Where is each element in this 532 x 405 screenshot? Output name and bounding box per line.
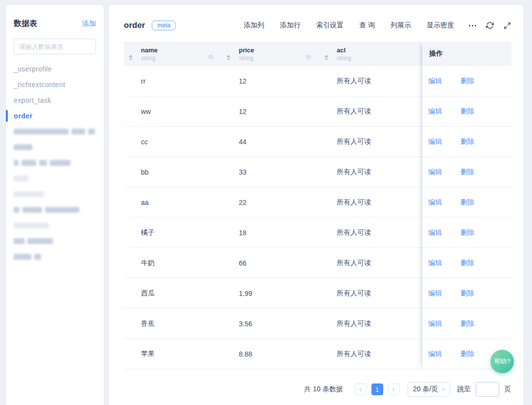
row-actions: 编辑 删除 [422, 218, 511, 248]
operations-fixed-column: 操作 编辑 删除 编辑 删除 编辑 删除 编辑 删除 编辑 删除 编辑 删除 编… [422, 42, 511, 369]
cell-price: 8.88 [222, 350, 320, 358]
sidebar-item-redacted[interactable] [6, 202, 104, 218]
datatable-sidebar: 数据表 添加 _userprofile _richtextcontent exp… [6, 5, 104, 405]
cell-acl: 所有人可读 [320, 350, 422, 359]
refresh-icon[interactable] [486, 22, 494, 29]
row-actions: 编辑 删除 [422, 157, 511, 187]
meta-badge[interactable]: meta [152, 21, 176, 30]
delete-link[interactable]: 删除 [461, 198, 474, 207]
sidebar-item-richtextcontent[interactable]: _richtextcontent [6, 77, 104, 92]
sidebar-item-redacted[interactable] [6, 233, 104, 249]
delete-link[interactable]: 删除 [461, 350, 474, 359]
redacted-text [45, 207, 79, 213]
cell-name: bb [124, 168, 222, 176]
edit-link[interactable]: 编辑 [428, 259, 442, 268]
cell-price: 33 [222, 168, 320, 176]
sidebar-item-userprofile[interactable]: _userprofile [6, 61, 104, 77]
row-actions: 编辑 删除 [422, 66, 511, 96]
jump-to-page-input[interactable] [476, 382, 499, 397]
redacted-text [39, 160, 47, 166]
column-header-name[interactable]: name string [124, 42, 222, 66]
page-unit-label: 页 [504, 385, 511, 394]
edit-link[interactable]: 编辑 [428, 107, 442, 116]
delete-link[interactable]: 删除 [461, 319, 474, 328]
add-row-button[interactable]: 添加行 [280, 21, 301, 30]
delete-link[interactable]: 删除 [461, 107, 474, 116]
edit-link[interactable]: 编辑 [428, 168, 442, 177]
cell-acl: 所有人可读 [320, 137, 422, 146]
redacted-text [71, 129, 85, 135]
sidebar-title: 数据表 [14, 19, 37, 29]
sidebar-item-export-task[interactable]: export_task [6, 92, 104, 108]
redacted-text [14, 254, 31, 260]
delete-link[interactable]: 删除 [461, 289, 474, 298]
expand-icon[interactable] [504, 22, 511, 29]
sidebar-item-redacted[interactable] [6, 124, 104, 139]
cell-acl: 所有人可读 [320, 259, 422, 268]
sort-carets-icon[interactable] [227, 55, 231, 61]
column-title: acl [337, 46, 416, 54]
add-table-link[interactable]: 添加 [82, 20, 96, 28]
redacted-text [50, 160, 70, 166]
sidebar-item-redacted[interactable] [6, 155, 104, 171]
add-column-button[interactable]: 添加列 [244, 21, 264, 30]
edit-link[interactable]: 编辑 [428, 319, 442, 328]
column-display-button[interactable]: 列展示 [391, 21, 411, 30]
table-list: _userprofile _richtextcontent export_tas… [6, 61, 104, 265]
sidebar-item-redacted[interactable] [6, 249, 104, 265]
column-settings-gear-icon[interactable] [305, 54, 312, 60]
panel-header: order meta 添加列 添加行 索引设置 查 询 列展示 显示密度 [124, 12, 511, 39]
cell-price: 1.99 [222, 290, 320, 297]
cell-price: 12 [222, 77, 320, 85]
prev-page-button[interactable] [355, 383, 367, 395]
cell-name: rr [124, 77, 222, 85]
edit-link[interactable]: 编辑 [428, 198, 442, 207]
edit-link[interactable]: 编辑 [428, 350, 442, 359]
edit-link[interactable]: 编辑 [428, 289, 442, 298]
delete-link[interactable]: 删除 [461, 77, 474, 86]
delete-link[interactable]: 删除 [461, 168, 474, 177]
sidebar-item-redacted[interactable] [6, 186, 104, 202]
column-header-price[interactable]: price string [222, 42, 320, 66]
redacted-text [14, 207, 20, 213]
cell-name: 牛奶 [124, 259, 222, 268]
column-header-acl[interactable]: acl string [320, 42, 422, 66]
cell-acl: 所有人可读 [320, 228, 422, 237]
more-ellipsis-icon[interactable] [469, 25, 476, 26]
table-panel: order meta 添加列 添加行 索引设置 查 询 列展示 显示密度 [109, 5, 524, 405]
display-density-button[interactable]: 显示密度 [427, 21, 454, 30]
edit-link[interactable]: 编辑 [428, 137, 442, 146]
table-search [14, 39, 96, 54]
index-settings-button[interactable]: 索引设置 [316, 21, 344, 30]
redacted-text [22, 160, 36, 166]
help-button[interactable]: 帮助? [490, 350, 514, 373]
chevron-down-icon [441, 387, 446, 392]
cell-acl: 所有人可读 [320, 319, 422, 328]
sort-carets-icon[interactable] [129, 55, 133, 61]
cell-acl: 所有人可读 [320, 107, 422, 116]
column-type: string [337, 54, 416, 62]
cell-price: 18 [222, 229, 320, 237]
redacted-text [14, 191, 44, 197]
operations-header: 操作 [422, 42, 511, 66]
next-page-button[interactable] [388, 383, 400, 395]
table-search-input[interactable] [14, 39, 96, 54]
delete-link[interactable]: 删除 [461, 228, 474, 237]
sort-carets-icon[interactable] [324, 55, 328, 61]
cell-price: 66 [222, 259, 320, 267]
delete-link[interactable]: 删除 [461, 259, 474, 268]
row-actions: 编辑 删除 [422, 187, 511, 218]
sidebar-item-redacted[interactable] [6, 171, 104, 186]
query-button[interactable]: 查 询 [359, 21, 375, 30]
delete-link[interactable]: 删除 [461, 137, 474, 146]
page-1-button[interactable]: 1 [371, 383, 383, 395]
sidebar-item-redacted[interactable] [6, 218, 104, 233]
page-size-select[interactable]: 20 条/页 [408, 382, 450, 397]
edit-link[interactable]: 编辑 [428, 77, 442, 86]
sidebar-item-order[interactable]: order [6, 108, 104, 124]
redacted-text [88, 129, 95, 135]
edit-link[interactable]: 编辑 [428, 228, 442, 237]
column-settings-gear-icon[interactable] [208, 54, 214, 60]
sidebar-item-redacted[interactable] [6, 139, 104, 155]
total-count-text: 共 10 条数据 [304, 385, 343, 394]
